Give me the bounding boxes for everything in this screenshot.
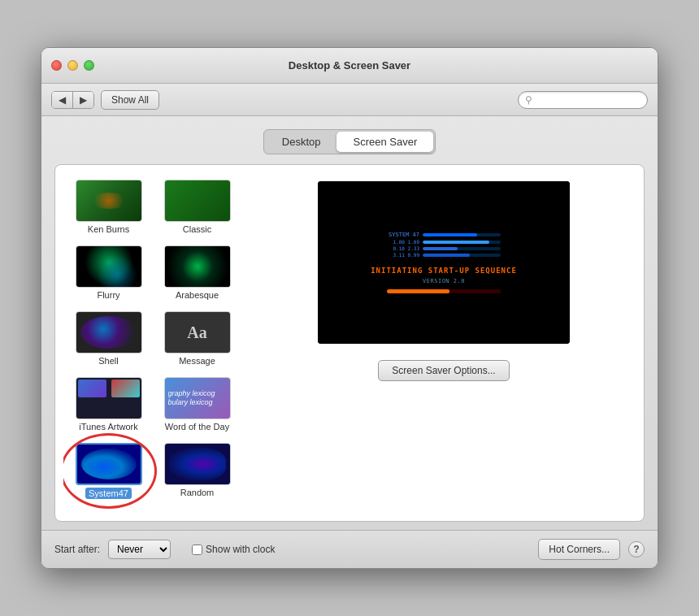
screensaver-thumb-random — [164, 443, 231, 485]
start-after-label: Start after: — [54, 544, 100, 555]
screensaver-item-arabesque[interactable]: Arabesque — [155, 242, 239, 303]
forward-button[interactable]: ▶ — [73, 92, 93, 108]
screensaver-item-ken-burns[interactable]: Ken Burns — [67, 176, 150, 237]
screensaver-label-message: Message — [179, 356, 215, 366]
screensaver-item-flurry[interactable]: Flurry — [67, 242, 150, 303]
bottom-bar: Start after: Never Show with clock Hot C… — [41, 530, 658, 568]
sys47-small-text: VERSION 2.0 — [423, 278, 465, 284]
sys47-orange-text: INITIATING START-UP SEQUENCE — [371, 267, 517, 275]
minimize-button[interactable] — [67, 60, 78, 71]
tabs: Desktop Screen Saver — [263, 129, 436, 154]
screensaver-label-shell: Shell — [98, 356, 118, 366]
screensaver-label-random: Random — [180, 488, 215, 497]
hot-corners-button[interactable]: Hot Corners... — [538, 539, 620, 560]
screensaver-label-word: Word of the Day — [165, 422, 229, 432]
main-panel: Ken Burns Classic Flurry — [54, 164, 645, 522]
screensaver-list: Ken Burns Classic Flurry — [63, 173, 242, 513]
search-input[interactable] — [536, 94, 640, 106]
screensaver-grid: Ken Burns Classic Flurry — [67, 176, 239, 502]
screensaver-thumb-word: graphy lexicog bulary lexicog — [164, 377, 231, 419]
screensaver-label-ken-burns: Ken Burns — [88, 224, 129, 234]
screensaver-item-classic[interactable]: Classic — [155, 176, 239, 237]
screensaver-label-flurry: Flurry — [97, 290, 119, 300]
screensaver-item-message[interactable]: Aa Message — [155, 308, 239, 369]
help-button[interactable]: ? — [628, 541, 645, 557]
screensaver-thumb-itunes — [76, 377, 142, 419]
screensaver-item-system47[interactable]: System47 — [72, 440, 145, 502]
tabs-container: Desktop Screen Saver — [54, 129, 645, 154]
screensaver-item-system47-wrapper: System47 — [67, 440, 150, 502]
show-clock-checkbox[interactable] — [192, 544, 202, 555]
close-button[interactable] — [51, 60, 62, 71]
screensaver-item-itunes[interactable]: iTunes Artwork — [67, 374, 150, 435]
search-icon: ⚲ — [525, 94, 532, 106]
traffic-lights — [51, 60, 94, 71]
show-all-button[interactable]: Show All — [101, 90, 159, 110]
screensaver-item-word[interactable]: graphy lexicog bulary lexicog Word of th… — [155, 374, 239, 435]
screensaver-item-shell[interactable]: Shell — [67, 308, 150, 369]
nav-buttons: ◀ ▶ — [51, 91, 94, 109]
sys47-bars: SYSTEM 47 1.00 1.00 0.10 2.33 — [387, 231, 501, 258]
tab-desktop[interactable]: Desktop — [266, 132, 337, 152]
screensaver-thumb-message: Aa — [164, 311, 231, 354]
preview-content: SYSTEM 47 1.00 1.00 0.10 2.33 — [318, 181, 570, 344]
screensaver-item-random[interactable]: Random — [155, 440, 239, 502]
screensaver-label-itunes: iTunes Artwork — [79, 422, 137, 432]
search-box: ⚲ — [518, 91, 648, 109]
screensaver-thumb-arabesque — [164, 245, 231, 288]
main-window: Desktop & Screen Saver ◀ ▶ Show All ⚲ De… — [41, 47, 658, 569]
show-clock-label: Show with clock — [192, 544, 275, 555]
screensaver-thumb-ken-burns — [76, 180, 142, 222]
maximize-button[interactable] — [84, 60, 94, 71]
window-title: Desktop & Screen Saver — [289, 59, 410, 72]
screensaver-thumb-system47 — [76, 443, 142, 485]
tab-screensaver[interactable]: Screen Saver — [336, 132, 433, 152]
start-after-select[interactable]: Never — [108, 540, 171, 559]
preview-area: SYSTEM 47 1.00 1.00 0.10 2.33 — [252, 173, 636, 513]
screen-saver-options-button[interactable]: Screen Saver Options... — [378, 360, 509, 381]
content-area: Desktop Screen Saver Ken Burns — [41, 116, 658, 522]
system47-preview: SYSTEM 47 1.00 1.00 0.10 2.33 — [318, 181, 570, 344]
screensaver-label-system47: System47 — [85, 488, 132, 499]
titlebar: Desktop & Screen Saver — [41, 48, 658, 84]
toolbar: ◀ ▶ Show All ⚲ — [41, 84, 658, 116]
back-button[interactable]: ◀ — [52, 92, 73, 108]
screensaver-thumb-shell — [76, 311, 142, 354]
preview-screen: SYSTEM 47 1.00 1.00 0.10 2.33 — [318, 181, 570, 344]
screensaver-label-arabesque: Arabesque — [176, 290, 219, 300]
screensaver-thumb-classic — [164, 180, 231, 222]
screensaver-thumb-flurry — [76, 245, 142, 288]
screensaver-label-classic: Classic — [183, 224, 211, 234]
